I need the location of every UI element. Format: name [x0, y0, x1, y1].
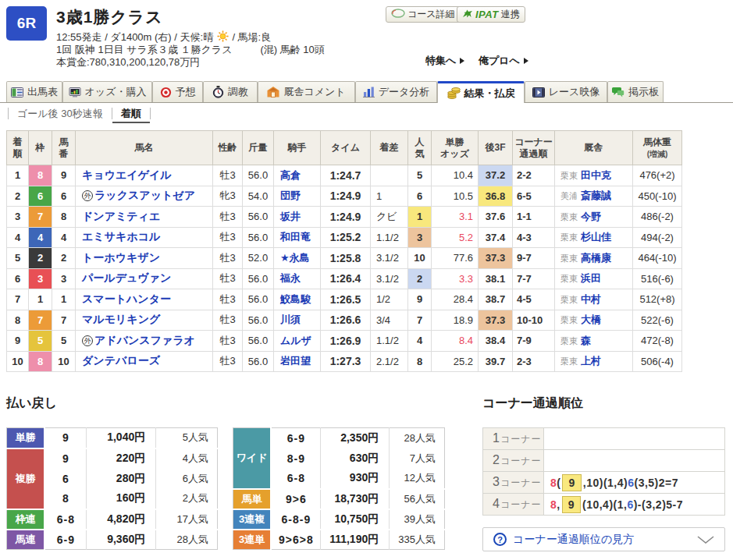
popularity-cell: 5	[408, 165, 432, 186]
jockey-link[interactable]: 高倉	[280, 169, 301, 181]
popularity-rank-cell: 6人気	[156, 469, 218, 489]
amount-cell: 160円	[87, 489, 156, 509]
trainer-link[interactable]: 高橋康	[581, 252, 611, 264]
corner-help-toggle[interactable]: ? コーナー通過順位の見方	[482, 527, 725, 551]
trainer-link[interactable]: 田中克	[581, 169, 611, 181]
race-result-page: 6R 3歳1勝クラス 12:55発走 / ダ1400m (右) / 天候:晴 /…	[0, 0, 733, 560]
margin-cell: 3/4	[371, 310, 408, 331]
course-icon	[391, 9, 405, 20]
horse-number-cell: 9	[52, 165, 76, 186]
subnav-item-1[interactable]: 着順	[112, 107, 150, 123]
tab-race-video[interactable]: レース映像	[525, 81, 607, 102]
stable-cell: 栗東高橋康	[555, 248, 633, 269]
jockey-link[interactable]: 岩田望	[280, 355, 311, 367]
trainer-link[interactable]: 斎藤誠	[581, 190, 611, 201]
race-conditions-weather: 12:55発走 / ダ1400m (右) / 天候:晴	[56, 31, 213, 43]
horse-name-link[interactable]: エミサキホコル	[82, 230, 160, 243]
horse-name-link[interactable]: キョウエイゲイル	[82, 168, 172, 181]
tab-prediction[interactable]: 予想	[152, 81, 203, 102]
horse-name-link[interactable]: トーホウキザン	[82, 251, 160, 264]
column-header: 単勝オッズ	[432, 131, 479, 165]
carried-weight-cell: 56.0	[243, 289, 274, 310]
course-detail-button[interactable]: コース詳細	[386, 6, 461, 23]
last-3f-cell: 37.4	[479, 227, 513, 248]
trainer-link[interactable]: 今野	[581, 211, 601, 222]
jockey-link[interactable]: 団野	[280, 190, 301, 201]
horse-name-link[interactable]: マルモリキング	[82, 313, 160, 325]
result-row: 633パールデュヴァン牡356.0福永1:26.43.1/223.338.17-…	[7, 268, 682, 289]
training-center-label: 栗東	[560, 295, 578, 304]
last-3f-cell: 39.7	[479, 351, 513, 372]
sex-age-cell: 牡3	[213, 268, 243, 289]
win-odds-cell: 77.6	[432, 248, 479, 269]
tab-training[interactable]: 調教	[203, 81, 258, 102]
orepro-link[interactable]: 俺プロへ	[479, 54, 528, 68]
last-3f-cell: 36.8	[479, 186, 513, 207]
horse-name-link[interactable]: パールデュヴァン	[82, 271, 171, 284]
horse-name-link[interactable]: スマートハンター	[82, 292, 171, 305]
trainer-link[interactable]: 森	[581, 335, 591, 346]
bet-type-label: 3連単	[233, 530, 272, 550]
carried-weight-cell: 54.0	[243, 186, 274, 207]
trainer-link[interactable]: 杉山佳	[581, 231, 611, 243]
margin-cell	[371, 165, 408, 186]
tab-racecard[interactable]: 出馬表	[6, 81, 62, 102]
payout-row: 複勝9220円4人気	[7, 448, 218, 469]
column-header: 斤量	[243, 131, 274, 165]
popularity-cell: 8	[408, 351, 432, 372]
time-cell: 1:25.2	[321, 227, 371, 248]
jockey-link[interactable]: 坂井	[280, 211, 301, 222]
trainer-link[interactable]: 浜田	[581, 272, 601, 284]
trainer-link[interactable]: 大橋	[581, 314, 601, 325]
corner-heading: コーナー通過順位	[482, 395, 725, 411]
horse-number-cell: 1	[52, 289, 76, 310]
column-header: 馬体重(増減)	[633, 131, 682, 165]
tab-data-analysis[interactable]: データ分析	[355, 81, 437, 102]
jockey-link[interactable]: 和田竜	[280, 231, 311, 243]
tab-label: 調教	[228, 85, 248, 99]
jockey-link[interactable]: 鮫島駿	[280, 293, 311, 305]
training-center-label: 栗東	[560, 274, 578, 283]
bet-type-label: 馬連	[7, 530, 45, 550]
feature-link[interactable]: 特集へ	[425, 54, 464, 68]
jockey-cell: 川須	[274, 310, 321, 331]
margin-cell: 2.1/2	[371, 351, 408, 372]
horse-name-cell: ドンアミティエ	[76, 207, 213, 228]
jockey-link[interactable]: 川須	[280, 314, 301, 325]
trainer-link[interactable]: 上村	[581, 355, 601, 367]
jockey-link[interactable]: ムルザ	[280, 335, 311, 346]
tab-stable-comment[interactable]: 厩舎コメント	[258, 81, 355, 102]
stable-cell: 栗東今野	[555, 207, 633, 228]
tab-board[interactable]: 掲示板	[607, 81, 664, 102]
win-odds-cell: 28.4	[432, 289, 479, 310]
margin-cell: クビ	[371, 207, 408, 228]
column-header: 騎手	[274, 131, 321, 165]
horse-number-cell: 10	[52, 351, 76, 372]
tab-result-payout[interactable]: 結果・払戻	[437, 81, 525, 103]
jockey-link[interactable]: ★永島	[280, 252, 310, 264]
tab-label: 厩舎コメント	[283, 85, 345, 99]
jockey-link[interactable]: 福永	[280, 272, 301, 284]
corner-order-value	[544, 450, 725, 472]
horse-name-cell: トーホウキザン	[76, 248, 213, 269]
horse-name-link[interactable]: ダンテバローズ	[82, 354, 160, 367]
column-header: 馬番	[52, 131, 76, 165]
time-cell: 1:25.8	[321, 248, 371, 269]
trainer-link[interactable]: 中村	[581, 293, 601, 305]
race-header: 6R 3歳1勝クラス 12:55発走 / ダ1400m (右) / 天候:晴 /…	[0, 0, 733, 81]
popularity-rank-cell: 28人気	[390, 428, 445, 448]
column-header: 厩舎	[555, 131, 633, 165]
corner-order-text: (	[557, 477, 560, 489]
horse-weight-cell: 512(+8)	[633, 289, 682, 310]
ipat-link-button[interactable]: IPAT 連携	[457, 6, 525, 23]
time-cell: 1:26.4	[321, 268, 371, 289]
horse-name-link[interactable]: ドンアミティエ	[82, 210, 160, 222]
tab-label: 予想	[176, 85, 196, 99]
frame-cell: 8	[29, 165, 52, 186]
result-row: 877マルモリキング牡356.0川須1:26.63/4718.937.310-1…	[7, 310, 682, 331]
subnav-item-0[interactable]: ゴール後 30秒速報	[9, 107, 112, 123]
horse-name-link[interactable]: アドバンスファラオ	[94, 334, 195, 346]
tab-odds-purchase[interactable]: オッズ・購入	[62, 81, 152, 102]
corner-label: 3コーナー	[483, 472, 544, 494]
horse-name-link[interactable]: ラックスアットゼア	[94, 189, 195, 201]
